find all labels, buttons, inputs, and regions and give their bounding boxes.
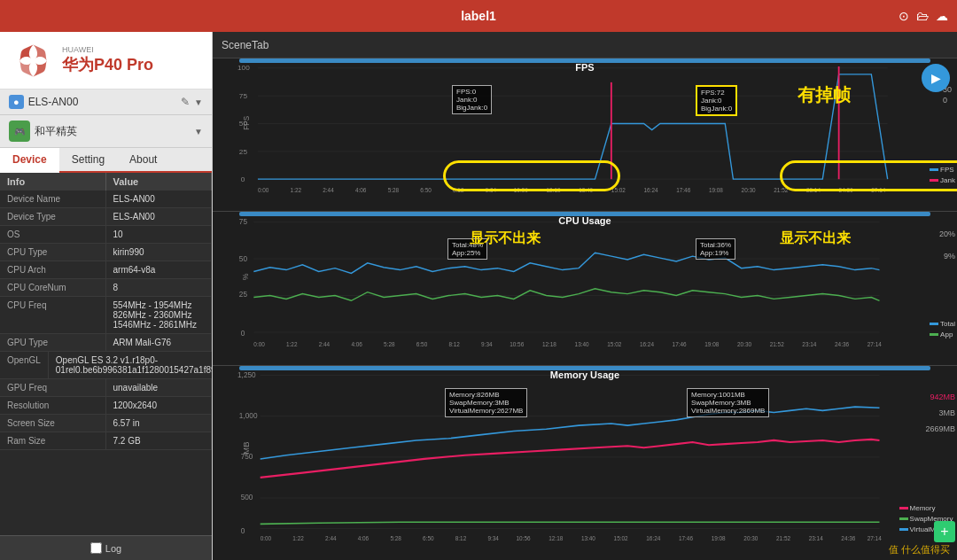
memory-chart-section: Memory Usage Memory:826MB SwapMemory:3MB… xyxy=(213,366,957,560)
main-content: HUAWEI 华为P40 Pro ● ELS-AN00 ✎ ▼ 🎮 和平精英 ▼… xyxy=(0,32,957,560)
svg-text:9:34: 9:34 xyxy=(486,187,497,193)
svg-text:23:14: 23:14 xyxy=(802,342,816,348)
svg-text:10:56: 10:56 xyxy=(514,187,529,193)
svg-text:15:02: 15:02 xyxy=(611,187,626,193)
info-label: Device Name xyxy=(0,191,106,207)
svg-text:100: 100 xyxy=(237,65,250,73)
app-name: 和平精英 xyxy=(35,124,190,139)
info-label: Resolution xyxy=(0,397,106,414)
cpu-app-left: App:25% xyxy=(452,249,483,257)
info-value: 7.2 GB xyxy=(106,432,213,449)
fps-legend-jank: Jank xyxy=(930,176,955,184)
svg-text:FPS: FPS xyxy=(243,115,251,129)
bigjank-val-left: BigJank:0 xyxy=(456,104,487,112)
svg-text:21:52: 21:52 xyxy=(774,187,789,193)
jank-val-left: Jank:0 xyxy=(456,96,487,104)
cpu-legend-total: Total xyxy=(930,320,955,328)
fps-annotation-left: FPS:0 Jank:0 BigJank:0 xyxy=(452,85,492,114)
info-col-header: Info xyxy=(0,173,106,191)
info-label: CPU CoreNum xyxy=(0,279,106,296)
table-row: Device TypeELS-AN00 xyxy=(0,208,212,226)
cloud-icon[interactable]: ☁ xyxy=(936,9,948,23)
app-selector[interactable]: 🎮 和平精英 ▼ xyxy=(0,115,212,148)
tab-device[interactable]: Device xyxy=(0,148,59,173)
folder-icon[interactable]: 🗁 xyxy=(916,9,929,23)
svg-text:1,250: 1,250 xyxy=(237,369,256,379)
virtual-val-center: VirtualMemory:2869MB xyxy=(691,407,765,415)
total-color-dot xyxy=(930,323,938,325)
info-table: Info Value Device NameELS-AN00Device Typ… xyxy=(0,173,212,535)
svg-text:24:36: 24:36 xyxy=(835,342,849,348)
svg-text:0: 0 xyxy=(241,525,245,535)
tab-setting[interactable]: Setting xyxy=(59,148,117,171)
play-button[interactable]: ▶ xyxy=(922,64,950,92)
svg-text:50: 50 xyxy=(239,254,247,263)
svg-text:20:30: 20:30 xyxy=(743,534,758,541)
jank-val-center: Jank:0 xyxy=(701,97,732,105)
cpu-legend-app: App xyxy=(930,331,955,338)
svg-text:16:24: 16:24 xyxy=(646,534,660,541)
svg-text:13:40: 13:40 xyxy=(581,534,595,541)
log-checkbox[interactable] xyxy=(90,542,102,554)
huawei-logo xyxy=(13,41,53,81)
svg-text:5:28: 5:28 xyxy=(390,534,401,541)
svg-text:24:36: 24:36 xyxy=(839,187,854,193)
fps-annotation-center: FPS:72 Jank:0 BigJank:0 xyxy=(696,85,737,116)
swap-color-dot xyxy=(899,517,908,520)
svg-text:12:18: 12:18 xyxy=(546,187,561,193)
info-label: Ram Size xyxy=(0,432,106,449)
svg-text:4:06: 4:06 xyxy=(355,187,367,193)
svg-text:17:46: 17:46 xyxy=(676,187,691,193)
fps-legend-fps: FPS xyxy=(930,166,955,174)
jank-legend-label: Jank xyxy=(940,176,955,184)
table-row: CPU Typekirin990 xyxy=(0,244,212,261)
svg-text:25: 25 xyxy=(239,148,248,156)
svg-text:0:00: 0:00 xyxy=(253,342,265,348)
info-table-header: Info Value xyxy=(0,173,212,191)
device-dropdown-arrow[interactable]: ▼ xyxy=(194,97,203,107)
svg-text:0:00: 0:00 xyxy=(261,534,272,541)
svg-text:2:44: 2:44 xyxy=(325,534,337,541)
svg-text:10:56: 10:56 xyxy=(510,342,524,348)
svg-text:75: 75 xyxy=(239,218,247,227)
svg-text:2:44: 2:44 xyxy=(319,342,331,348)
brand-bar: HUAWEI 华为P40 Pro xyxy=(0,32,212,89)
fps-val-left: FPS:0 xyxy=(456,88,487,96)
table-row: OpenGLOpenGL ES 3.2 v1.r18p0-01rel0.be6b… xyxy=(0,352,212,379)
svg-text:6:50: 6:50 xyxy=(416,342,428,348)
cpu-right-val-9: 9% xyxy=(939,252,955,261)
cpu-total-left: Total:48% xyxy=(452,241,483,249)
svg-text:23:14: 23:14 xyxy=(809,534,823,541)
svg-text:12:18: 12:18 xyxy=(549,534,563,541)
svg-text:2:44: 2:44 xyxy=(323,187,334,193)
virtual-color-dot xyxy=(899,528,908,531)
info-value: 8 xyxy=(106,279,213,296)
svg-text:16:24: 16:24 xyxy=(644,187,659,193)
edit-icon[interactable]: ✎ xyxy=(181,96,190,108)
location-icon[interactable]: ⊙ xyxy=(899,9,909,23)
app-dropdown-arrow[interactable]: ▼ xyxy=(194,127,203,136)
info-label: GPU Freq xyxy=(0,379,106,396)
info-value: 6.57 in xyxy=(106,415,213,432)
svg-text:4:06: 4:06 xyxy=(358,534,370,541)
table-row: GPU Frequnavailable xyxy=(0,379,212,397)
svg-text:5:28: 5:28 xyxy=(388,187,400,193)
info-value: 10 xyxy=(106,226,213,243)
app-color-dot xyxy=(930,333,938,336)
cpu-right-val-20: 20% xyxy=(939,229,955,238)
info-label: Screen Size xyxy=(0,415,106,432)
info-label: GPU Type xyxy=(0,334,106,351)
mem-val-center: Memory:1001MB xyxy=(691,391,765,399)
svg-text:6:50: 6:50 xyxy=(423,534,434,541)
info-value: kirin990 xyxy=(106,244,213,261)
svg-text:8:12: 8:12 xyxy=(453,187,464,193)
device-selector[interactable]: ● ELS-AN00 ✎ ▼ xyxy=(0,89,212,115)
cpu-legend: Total App xyxy=(930,320,955,338)
svg-text:8:12: 8:12 xyxy=(455,534,467,541)
tab-about[interactable]: About xyxy=(117,148,169,171)
mem-annotation-center: Memory:1001MB SwapMemory:3MB VirtualMemo… xyxy=(687,388,769,417)
log-checkbox-area[interactable]: Log xyxy=(90,542,121,554)
svg-text:75: 75 xyxy=(239,92,248,100)
fps-chart-title: FPS xyxy=(575,62,594,73)
add-chart-button[interactable]: + xyxy=(934,521,955,542)
